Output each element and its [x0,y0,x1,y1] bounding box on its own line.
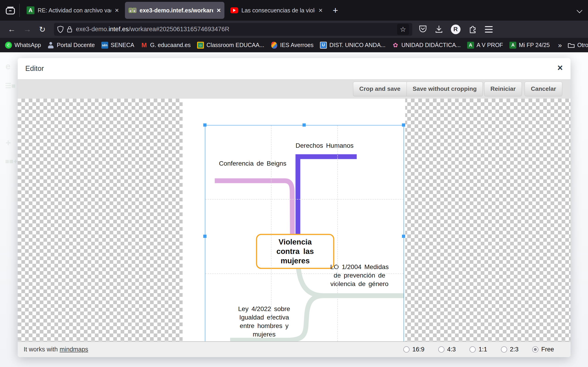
add-page-ghost-icon: + [6,138,11,148]
tab-close-icon[interactable]: × [319,7,323,14]
tab-strip: A RE: Actividad con archivo vacio × ee e… [0,0,588,21]
exe-logo-ghost-icon: e [6,61,10,71]
crop-selection-left-edge[interactable] [205,125,205,341]
tabstrip-separator [19,4,20,17]
classroom-icon: ☺ [197,42,204,49]
footer-text: It works with [24,346,58,353]
bookmark-classroom[interactable]: ☺Classroom EDUCAA... [197,42,264,49]
back-button[interactable]: ← [8,25,16,34]
conferencia-branch [215,181,292,234]
ratio-2-3[interactable]: 2:3 [501,346,519,353]
ratio-free[interactable]: Free [532,346,554,353]
aspect-ratio-options: 16:9 4:3 1:1 2:3 Free [403,346,554,353]
node-derechos-humanos: Derechos Humanos [288,141,361,150]
crop-and-save-button[interactable]: Crop and save [353,82,406,96]
new-tab-button[interactable]: + [333,5,338,16]
tab-close-icon[interactable]: × [217,7,221,14]
crop-handle-top-center[interactable] [303,123,306,127]
mindmaps-link[interactable]: mindmaps [60,346,88,353]
account-avatar[interactable]: R [451,25,460,34]
ratio-1-1[interactable]: 1:1 [469,346,487,353]
derechos-branch [298,157,357,234]
crop-selection-right-edge[interactable] [404,125,404,341]
radio-icon [469,346,476,352]
bookmarks-overflow-chevron[interactable]: » [558,41,562,49]
tab-mail[interactable]: A RE: Actividad con archivo vacio × [23,2,123,19]
tab-youtube[interactable]: Las consecuencias de la violenc × [227,2,326,19]
crop-handle-top-right[interactable] [402,123,405,127]
bookmark-gmail[interactable]: MG. educaand.es [141,42,191,49]
list-all-tabs-chevron-icon[interactable] [577,8,582,13]
radio-icon [438,346,444,352]
crop-handle-mid-right[interactable] [402,235,405,238]
bookmark-whatsapp[interactable]: ✆WhatsApp [5,42,41,49]
bookmark-otros-marcadores[interactable]: Otros marcadores [568,42,588,49]
mindmap-image[interactable]: Derechos Humanos Conferencia de Beigns V… [183,99,405,341]
whatsapp-icon: ✆ [5,42,12,49]
lock-icon[interactable] [67,26,72,33]
crop-canvas-transparency-grid[interactable]: Derechos Humanos Conferencia de Beigns V… [18,99,571,341]
tracking-shield-icon[interactable] [57,26,64,33]
flower-icon: ✿ [393,42,398,49]
tab-title: RE: Actividad con archivo vacio [38,7,111,14]
gmail-icon: M [141,42,147,49]
firefox-view-icon [6,6,15,15]
bookmark-portal-docente[interactable]: Portal Docente [47,42,95,49]
reload-button[interactable]: ↻ [39,25,46,34]
outline-list-ghost-icon: ☰■ [5,82,15,90]
editor-footer: It works with mindmaps 16:9 4:3 1:1 2:3 … [18,341,571,357]
dialog-close-icon[interactable]: × [557,63,563,72]
radio-icon [501,346,507,352]
app-menu-hamburger-icon[interactable] [485,26,493,33]
pocket-icon[interactable] [419,25,427,34]
crop-guide-horizontal [205,273,404,274]
tab-exe-workarea[interactable]: ee exe3-demo.intef.es/workarea#2 × [125,2,225,19]
crop-handle-top-left[interactable] [203,123,207,127]
person-icon [48,42,53,48]
firefox-view-button[interactable] [4,4,17,17]
bookmarks-toolbar: ✆WhatsApp Portal Docente sénSENECA MG. e… [0,38,588,52]
andalucia-icon: A [510,42,516,49]
cancelar-button[interactable]: Cancelar [525,82,562,96]
exe-favicon: ee [129,6,137,14]
bookmark-unidad-didactica[interactable]: ✿UNIDAD DIDÁCTICA... [392,42,460,49]
bookmark-a-v-prof[interactable]: AA V PROF [467,42,503,49]
seneca-icon: sén [101,42,108,49]
bookmark-star-button[interactable]: ☆ [397,24,409,35]
bookmark-dist-unico[interactable]: UDIST. UNICO ANDA... [320,42,385,49]
star-icon: ☆ [400,25,406,33]
tab-title: Las consecuencias de la violenc [242,7,315,14]
tab-close-icon[interactable]: × [115,7,119,14]
bookmark-mi-fp[interactable]: AMi FP 24/25 [510,42,550,49]
folder-icon [568,42,575,48]
url-bar[interactable]: exe3-demo.intef.es/workarea#202506131657… [54,23,412,36]
andalucia-favicon: A [27,6,35,14]
node-lo-1-2004: LO 1/2004 Medidas de prevención de viole… [321,263,397,288]
reiniciar-button[interactable]: Reiniciar [484,82,522,96]
ratio-4-3[interactable]: 4:3 [438,346,456,353]
extensions-puzzle-icon[interactable] [468,25,477,34]
central-node-label: Violencia contra las mujeres [257,237,334,265]
youtube-favicon [230,7,238,13]
editor-toolbar: Crop and save Save without cropping Rein… [18,79,571,99]
navigation-toolbar: ← → ↻ exe3-demo.intef.es/workarea#202506… [0,21,588,38]
add-block-ghost-icon: ■■+ [5,157,17,165]
crop-guide-vertical [271,125,271,341]
ratio-16-9[interactable]: 16:9 [403,346,424,353]
image-editor-dialog: Editor × Crop and save Save without crop… [18,58,571,357]
dialog-title: Editor [25,65,44,73]
node-ley-4-2022: Ley 4/2022 sobre Igualdad efectiva entre… [231,305,297,339]
dialog-header: Editor × [18,58,571,79]
save-without-cropping-button[interactable]: Save without cropping [406,82,483,96]
node-conferencia-de-beigns: Conferencia de Beigns [212,159,293,168]
url-text[interactable]: exe3-demo.intef.es/workarea#202506131657… [76,26,397,33]
crop-guide-vertical [337,125,338,341]
bookmark-seneca[interactable]: sénSENECA [101,42,134,49]
crop-handle-mid-left[interactable] [203,235,207,238]
downloads-icon[interactable] [435,25,443,34]
averroes-icon [271,42,277,49]
bookmark-ies-averroes[interactable]: IES Averroes [271,42,313,49]
forward-button[interactable]: → [23,25,31,34]
crop-guide-horizontal [205,199,404,200]
tab-title: exe3-demo.intef.es/workarea#2 [140,7,213,14]
